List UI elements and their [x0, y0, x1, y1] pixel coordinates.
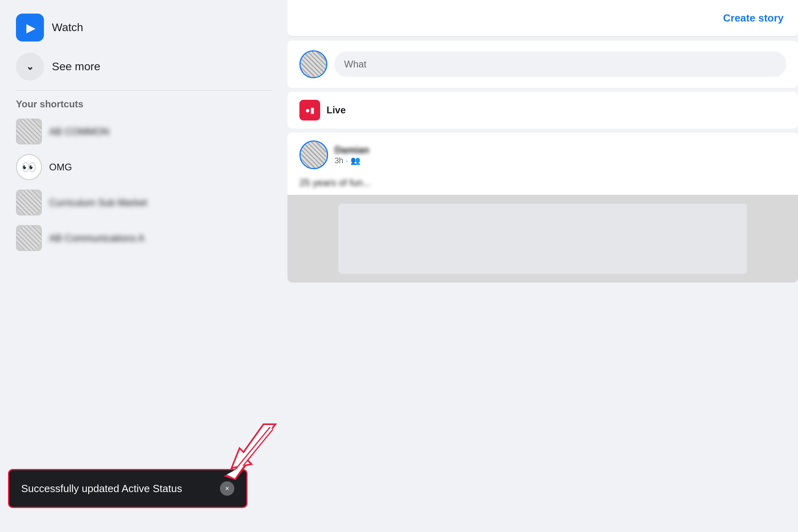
right-panel: Create story What ●▮ Live Damian 3h · 👥: [287, 0, 798, 532]
live-card[interactable]: ●▮ Live: [287, 92, 798, 129]
left-sidebar: Watch ⌄ See more Your shortcuts AB COMMO…: [0, 0, 287, 532]
post-input-card: What: [287, 41, 798, 88]
post-input[interactable]: What: [335, 51, 786, 77]
create-story-button[interactable]: Create story: [723, 12, 784, 24]
chevron-down-icon: ⌄: [16, 53, 44, 81]
divider: [16, 90, 271, 91]
feed-post-author: Damian: [335, 144, 369, 156]
feed-post-body: 25 years of fun...: [287, 177, 798, 195]
friends-icon: 👥: [350, 156, 360, 165]
shortcut-item-3[interactable]: Curriculum Sub Market: [12, 185, 275, 220]
shortcut-avatar-4: [16, 225, 42, 251]
user-avatar: [299, 50, 327, 78]
watch-label: Watch: [52, 21, 83, 34]
toast-message: Successfully updated Active Status: [21, 483, 182, 495]
shortcut-item-4[interactable]: AB Communications A: [12, 220, 275, 256]
shortcut-name-1: AB COMMON: [49, 126, 109, 137]
shortcut-avatar-2: 👀: [16, 154, 42, 180]
nav-item-see-more[interactable]: ⌄ See more: [12, 47, 275, 86]
shortcut-name-4: AB Communications A: [49, 233, 145, 244]
create-story-card: Create story: [287, 0, 798, 37]
shortcut-item-1[interactable]: AB COMMON: [12, 114, 275, 149]
nav-item-watch[interactable]: Watch: [12, 8, 275, 47]
shortcut-item-2[interactable]: 👀 OMG: [12, 149, 275, 185]
arrow-annotation: [212, 420, 283, 484]
feed-post-card: Damian 3h · 👥 25 years of fun...: [287, 133, 798, 283]
shortcut-avatar-3: [16, 190, 42, 216]
live-label: Live: [327, 105, 346, 116]
shortcut-avatar-1: [16, 119, 42, 144]
feed-post-header: Damian 3h · 👥: [287, 133, 798, 177]
feed-post-image: [287, 195, 798, 283]
shortcut-name-3: Curriculum Sub Market: [49, 197, 147, 208]
feed-post-meta: Damian 3h · 👥: [335, 144, 369, 165]
feed-post-avatar: [299, 140, 328, 169]
shortcuts-title: Your shortcuts: [12, 99, 275, 110]
shortcut-name-2: OMG: [49, 162, 72, 173]
see-more-label: See more: [52, 60, 100, 73]
feed-post-time: 3h · 👥: [335, 156, 369, 165]
live-icon: ●▮: [299, 100, 320, 121]
watch-icon: [16, 14, 44, 42]
